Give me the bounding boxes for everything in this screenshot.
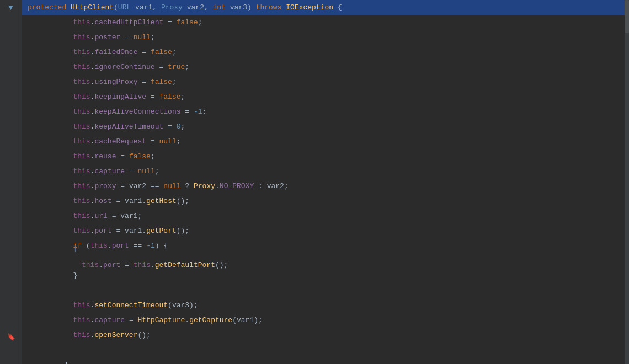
bookmark-icon: 🔖 xyxy=(7,333,15,341)
code-line-empty xyxy=(22,342,629,357)
code-line: } xyxy=(22,268,629,283)
scrollbar-thumb[interactable] xyxy=(625,0,629,33)
keyword-int: int xyxy=(213,3,226,12)
code-line: this.openServer(); xyxy=(22,328,629,342)
keyword-throws: throws xyxy=(256,3,282,12)
code-line-closing: } xyxy=(22,357,629,364)
vertical-scrollbar[interactable] xyxy=(625,0,629,364)
line-gutter: ▼ 🔖 xyxy=(0,0,22,364)
code-line: | this.port = this.getDefaultPort(); xyxy=(22,253,629,268)
code-editor: ▼ 🔖 protected Htt xyxy=(0,0,629,364)
code-content: protected HttpClient ( URL var1 , Proxy … xyxy=(22,0,629,364)
method-marker-icon: ▼ xyxy=(0,0,22,15)
